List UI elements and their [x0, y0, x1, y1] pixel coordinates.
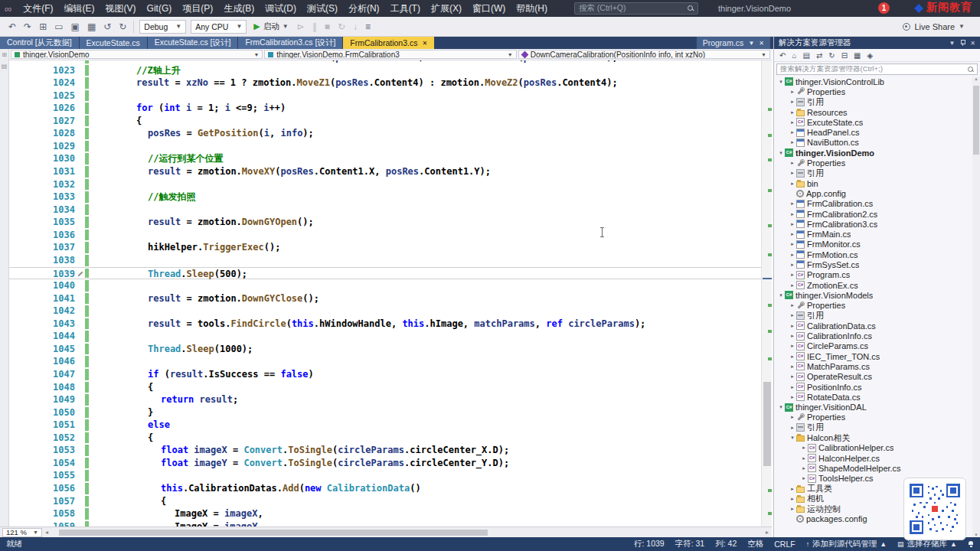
- menu-edit[interactable]: 编辑(E): [59, 0, 100, 17]
- server-explorer-icon[interactable]: ▤: [2, 63, 8, 70]
- back-icon[interactable]: ↶: [777, 51, 788, 60]
- debug-config-dropdown[interactable]: Debug▼: [139, 20, 186, 34]
- tree-item[interactable]: ▸Resources: [774, 107, 972, 117]
- stop-icon[interactable]: ■: [321, 21, 334, 32]
- chevron-right-icon[interactable]: ▸: [789, 302, 796, 308]
- properties-icon[interactable]: ◈: [865, 51, 876, 60]
- chevron-right-icon[interactable]: ▸: [789, 119, 796, 126]
- menu-window[interactable]: 窗口(W): [467, 0, 511, 17]
- chevron-right-icon[interactable]: ▸: [789, 496, 796, 502]
- chevron-right-icon[interactable]: ▸: [789, 323, 796, 329]
- add-to-source-control-button[interactable]: ↑ 添加到源代码管理 ▲: [806, 539, 887, 549]
- attach-icon[interactable]: ⊳: [293, 21, 309, 32]
- find-in-files-icon[interactable]: ≡: [361, 21, 374, 32]
- chevron-right-icon[interactable]: ▸: [789, 99, 796, 105]
- chevron-right-icon[interactable]: ▸: [789, 486, 796, 492]
- menu-debug[interactable]: 调试(D): [260, 0, 302, 17]
- chevron-down-icon[interactable]: ▼: [748, 40, 754, 47]
- breadcrumb-project-dropdown[interactable]: thinger.VisionDemo ▼: [11, 50, 263, 59]
- window-position-icon[interactable]: ▼: [949, 40, 955, 47]
- horizontal-scrollbar[interactable]: [51, 529, 763, 536]
- chevron-right-icon[interactable]: ▸: [789, 384, 796, 390]
- tree-item[interactable]: ▸Program.cs: [774, 270, 972, 280]
- chevron-right-icon[interactable]: ▸: [800, 465, 808, 471]
- tree-item[interactable]: ▸Properties: [774, 86, 972, 96]
- chevron-right-icon[interactable]: ▸: [789, 129, 796, 135]
- menu-view[interactable]: 视图(V): [100, 0, 142, 17]
- tab-excutestate-design[interactable]: ExcuteState.cs [设计]: [148, 37, 238, 49]
- tab-frmcalibration3[interactable]: FrmCalibration3.cs✕: [343, 37, 434, 49]
- tree-item[interactable]: ▾thinger.VisionDemo: [774, 148, 972, 158]
- menu-project[interactable]: 项目(P): [177, 0, 218, 17]
- chevron-right-icon[interactable]: ▸: [800, 475, 808, 481]
- chevron-right-icon[interactable]: ▸: [789, 109, 796, 116]
- chevron-right-icon[interactable]: ▸: [789, 221, 796, 227]
- scrollbar-thumb[interactable]: [973, 86, 979, 155]
- scroll-right-arrow-icon[interactable]: ▸: [763, 529, 772, 536]
- tree-item[interactable]: ▸bin: [774, 178, 972, 188]
- live-share-button[interactable]: Live Share ▼: [903, 22, 965, 31]
- tree-item[interactable]: ▸引用: [774, 97, 972, 107]
- tree-item[interactable]: ▸Properties: [774, 301, 972, 311]
- tree-item[interactable]: ▸IEC_Timer_TON.cs: [774, 351, 972, 361]
- save-all-icon[interactable]: ▦: [83, 21, 100, 32]
- tree-item[interactable]: ▸MatchParams.cs: [774, 361, 972, 371]
- chevron-down-icon[interactable]: ▾: [777, 79, 785, 85]
- chevron-down-icon[interactable]: ▾: [777, 404, 785, 410]
- code-viewport[interactable]: 1022result = xzNo == 1 ? zmotion.MoveZ1(…: [9, 60, 761, 527]
- scrollbar-thumb[interactable]: [59, 530, 488, 536]
- tree-item[interactable]: ▸HalconHelper.cs: [774, 453, 972, 463]
- tree-item[interactable]: ▸ZmotionEx.cs: [774, 280, 972, 290]
- chevron-right-icon[interactable]: ▸: [800, 455, 808, 461]
- chevron-right-icon[interactable]: ▸: [789, 373, 796, 380]
- tree-item[interactable]: ▸NaviButton.cs: [774, 138, 972, 148]
- tree-item[interactable]: ▸FrmCalibration2.cs: [774, 209, 972, 219]
- close-icon[interactable]: ✕: [759, 40, 764, 47]
- chevron-right-icon[interactable]: ▸: [789, 252, 796, 258]
- menu-file[interactable]: 文件(F): [18, 0, 58, 17]
- chevron-right-icon[interactable]: ▸: [800, 445, 808, 451]
- status-indent-mode[interactable]: 空格: [747, 539, 763, 549]
- new-file-icon[interactable]: ⊞: [35, 21, 51, 32]
- break-all-icon[interactable]: ∥: [309, 21, 321, 32]
- open-file-icon[interactable]: ▭: [51, 21, 67, 32]
- chevron-right-icon[interactable]: ▸: [789, 343, 796, 349]
- status-char[interactable]: 字符: 31: [675, 539, 705, 549]
- chevron-right-icon[interactable]: ▸: [789, 506, 796, 512]
- menu-git[interactable]: Git(G): [142, 0, 178, 17]
- tree-item[interactable]: ▸HeadPanel.cs: [774, 127, 972, 137]
- vertical-scrollbar[interactable]: [761, 60, 772, 527]
- tree-item[interactable]: ▸Properties: [774, 158, 972, 168]
- tree-item[interactable]: ▸ShapeModelHelper.cs: [774, 463, 972, 473]
- chevron-down-icon[interactable]: ▾: [789, 435, 796, 441]
- breadcrumb-member-dropdown[interactable]: DownCameraCalibration(PositionInfo info,…: [518, 50, 770, 59]
- menu-help[interactable]: 帮助(H): [511, 0, 553, 17]
- save-icon[interactable]: ▣: [67, 21, 83, 32]
- start-debug-button[interactable]: ▶ 启动 ▼: [253, 21, 288, 32]
- chevron-right-icon[interactable]: ▸: [789, 211, 796, 217]
- tree-item[interactable]: ▾thinger.VisionControlLib: [774, 77, 972, 86]
- tree-item[interactable]: ▸OperateResult.cs: [774, 372, 972, 382]
- chevron-right-icon[interactable]: ▸: [789, 139, 796, 145]
- tree-item[interactable]: ▸引用: [774, 422, 972, 432]
- tree-item[interactable]: ▸CalibrationData.cs: [774, 321, 972, 331]
- pin-icon[interactable]: [959, 40, 965, 46]
- tree-item[interactable]: ▸CircleParams.cs: [774, 341, 972, 351]
- tree-item[interactable]: ▸CalibrationInfo.cs: [774, 331, 972, 341]
- status-col[interactable]: 列: 42: [715, 539, 737, 549]
- scroll-up-arrow-icon[interactable]: ▲: [973, 77, 979, 81]
- menu-tools[interactable]: 工具(T): [385, 0, 426, 17]
- status-line[interactable]: 行: 1039: [634, 539, 665, 549]
- tab-program-cs[interactable]: Program.cs ▼ ✕: [697, 37, 770, 49]
- chevron-right-icon[interactable]: ▸: [789, 312, 796, 318]
- collapse-all-icon[interactable]: ⊟: [839, 51, 850, 60]
- tree-item[interactable]: ▸引用: [774, 168, 972, 178]
- menu-extensions[interactable]: 扩展(X): [426, 0, 467, 17]
- show-all-files-icon[interactable]: ▦: [851, 51, 863, 60]
- sync-active-document-icon[interactable]: ⇄: [814, 51, 825, 60]
- toolbox-icon[interactable]: ⊞: [2, 51, 7, 58]
- zoom-select[interactable]: 121 % ▼: [2, 528, 42, 537]
- chevron-right-icon[interactable]: ▸: [789, 333, 796, 339]
- refresh-icon[interactable]: ↻: [826, 51, 837, 60]
- chevron-right-icon[interactable]: ▸: [789, 241, 796, 247]
